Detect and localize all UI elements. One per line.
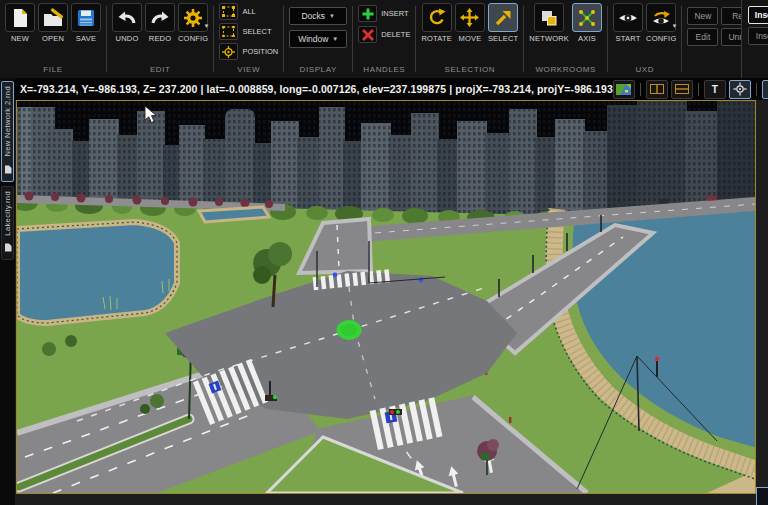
document-icon	[4, 160, 12, 178]
handles-group-label: Handles	[363, 64, 405, 78]
selection-group-label: Selection	[444, 64, 495, 78]
green-marker-toggle[interactable]	[762, 80, 768, 99]
uxd-config-label: Config	[646, 34, 676, 43]
axis-workroom-icon	[572, 3, 602, 32]
select-arrow-icon	[488, 3, 518, 32]
crosshair-tool-button[interactable]	[729, 80, 751, 99]
insert-handle-label: Insert	[381, 9, 408, 18]
uxd-start-button[interactable]: Start	[613, 3, 643, 43]
axis-workroom-button[interactable]: Axis	[572, 3, 602, 43]
ribbon-group-uxd: Start ▼ Config UXD	[608, 0, 681, 78]
text-tool-glyph: T	[712, 84, 718, 95]
status-bar: X=-793.214, Y=-986.193, Z= 237.200 | lat…	[15, 78, 768, 100]
delete-handle-label: Delete	[381, 30, 410, 39]
mini-toolbar-separator	[756, 83, 757, 96]
plus-icon	[358, 5, 377, 22]
view-select-label: Select	[242, 27, 271, 36]
select-button[interactable]: Select	[488, 3, 518, 43]
view-all-button[interactable]: All	[219, 3, 278, 20]
docks-dropdown-label: Docks	[301, 11, 325, 21]
open-folder-icon	[38, 3, 68, 32]
scene-viewport[interactable]	[16, 100, 756, 494]
split-vertical-icon[interactable]	[646, 80, 668, 99]
subnetwork-edit-button[interactable]: Edit	[687, 28, 718, 46]
save-button[interactable]: Save	[71, 3, 101, 43]
edit-group-label: Edit	[150, 64, 171, 78]
insert-button-1[interactable]: Insert	[748, 6, 768, 24]
chevron-down-icon: ▼	[329, 13, 335, 19]
edit-config-button-label: Config	[178, 34, 208, 43]
delete-handle-button[interactable]: Delete	[358, 26, 410, 43]
ribbon-group-display: Docks ▼ Window ▼ Display	[284, 0, 352, 78]
uxd-config-button[interactable]: ▼ Config	[646, 3, 676, 43]
ribbon-group-edit: Undo Redo ▼ Config Edit	[107, 0, 213, 78]
view-all-label: All	[242, 7, 255, 16]
redo-arrow-icon	[145, 3, 175, 32]
file-tab-label: New Network 2.rnd	[3, 86, 12, 157]
view-group-label: View	[237, 64, 260, 78]
redo-button-label: Redo	[149, 34, 171, 43]
new-document-icon	[5, 3, 35, 32]
split-horizontal-icon[interactable]	[671, 80, 693, 99]
undo-button-label: Undo	[116, 34, 139, 43]
view-position-icon	[219, 43, 238, 60]
ribbon-group-handles: Insert Delete Handles	[353, 0, 415, 78]
mini-toolbar-separator	[640, 83, 641, 96]
ribbon-group-file: New Open Save File	[0, 0, 106, 78]
file-tab-lakecity[interactable]: Lakecity.rnd	[1, 186, 14, 261]
text-tool-button[interactable]: T	[704, 80, 726, 99]
uxd-group-label: UXD	[635, 64, 654, 78]
docked-panel-corner[interactable]	[756, 487, 768, 505]
document-icon	[4, 238, 12, 256]
mini-toolbar-separator	[698, 83, 699, 96]
eye-icon	[613, 3, 643, 32]
view-all-icon	[219, 3, 238, 20]
network-workroom-icon	[534, 3, 564, 32]
save-floppy-icon	[71, 3, 101, 32]
file-group-label: File	[43, 64, 62, 78]
save-button-label: Save	[76, 34, 96, 43]
select-button-label: Select	[488, 34, 518, 43]
view-select-button[interactable]: Select	[219, 23, 278, 40]
undo-button[interactable]: Undo	[112, 3, 142, 43]
move-button-label: Move	[458, 34, 481, 43]
file-tab-label: Lakecity.rnd	[3, 191, 12, 236]
open-button-label: Open	[42, 34, 64, 43]
redo-button[interactable]: Redo	[145, 3, 175, 43]
network-workroom-label: Network	[529, 34, 569, 43]
open-button[interactable]: Open	[38, 3, 68, 43]
chevron-down-icon: ▼	[332, 36, 338, 42]
view-position-button[interactable]: Position	[219, 43, 278, 60]
scene-canvas[interactable]	[17, 101, 755, 493]
network-workroom-button[interactable]: Network	[529, 3, 569, 43]
insert-button-2[interactable]: Insert	[748, 27, 768, 45]
display-group-label: Display	[300, 64, 337, 78]
axis-workroom-label: Axis	[578, 34, 596, 43]
new-button-label: New	[11, 34, 29, 43]
left-pond	[17, 222, 177, 323]
move-button[interactable]: Move	[455, 3, 485, 43]
ribbon-toolbar: New Open Save File U	[0, 0, 768, 79]
new-button[interactable]: New	[5, 3, 35, 43]
uxd-start-label: Start	[616, 34, 641, 43]
insert-handle-button[interactable]: Insert	[358, 5, 410, 22]
view-position-label: Position	[242, 47, 278, 56]
viewport-mini-toolbar: T ▼	[613, 80, 768, 99]
file-tab-sidebar: New Network 2.rnd Lakecity.rnd	[0, 78, 15, 505]
window-dropdown-label: Window	[298, 34, 328, 44]
config-dropdown-caret: ▼	[203, 23, 209, 29]
window-dropdown[interactable]: Window ▼	[289, 30, 347, 48]
rotate-button-label: Rotate	[421, 34, 452, 43]
file-tab-new-network[interactable]: New Network 2.rnd	[1, 81, 14, 182]
subnetwork-new-button[interactable]: New	[687, 7, 718, 25]
edit-config-button[interactable]: ▼ Config	[178, 3, 208, 43]
minimap-icon[interactable]	[613, 80, 635, 99]
ribbon-group-selection: Rotate Move Select Selection	[416, 0, 523, 78]
coordinate-readout: X=-793.214, Y=-986.193, Z= 237.200 | lat…	[15, 83, 613, 95]
ribbon-group-insert-clipped: Insert Insert	[741, 0, 768, 78]
view-select-icon	[219, 23, 238, 40]
selection-marker-green[interactable]	[337, 320, 362, 340]
undo-arrow-icon	[112, 3, 142, 32]
docks-dropdown[interactable]: Docks ▼	[289, 7, 347, 25]
rotate-button[interactable]: Rotate	[421, 3, 452, 43]
